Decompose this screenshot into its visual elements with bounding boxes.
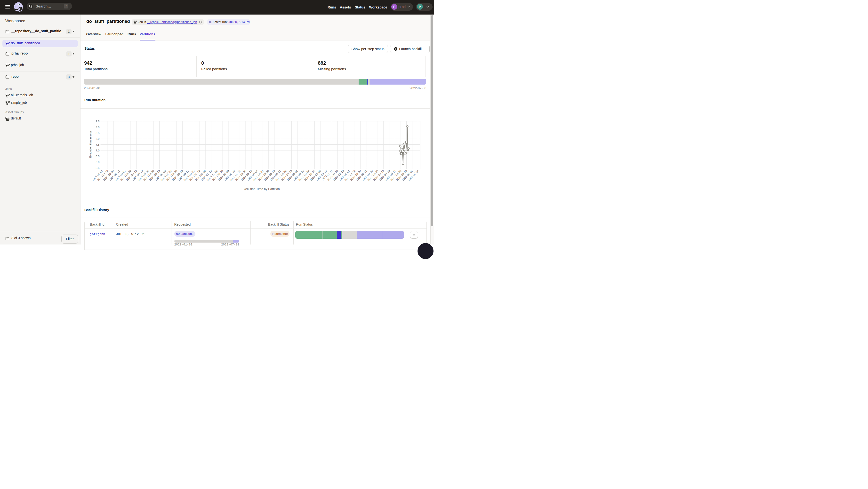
svg-text:8.5: 8.5: [96, 132, 100, 134]
svg-text:7.5: 7.5: [96, 143, 100, 146]
svg-text:6.5: 6.5: [96, 155, 100, 158]
svg-text:Execution time (secs): Execution time (secs): [89, 131, 92, 158]
svg-text:7.0: 7.0: [96, 149, 100, 152]
svg-text:6.0: 6.0: [96, 161, 100, 164]
svg-text:9.5: 9.5: [96, 120, 100, 123]
svg-text:5.5: 5.5: [96, 166, 100, 169]
svg-text:8.0: 8.0: [96, 137, 100, 140]
svg-text:Execution Time by Partition: Execution Time by Partition: [242, 187, 280, 191]
svg-text:9.0: 9.0: [96, 126, 100, 129]
